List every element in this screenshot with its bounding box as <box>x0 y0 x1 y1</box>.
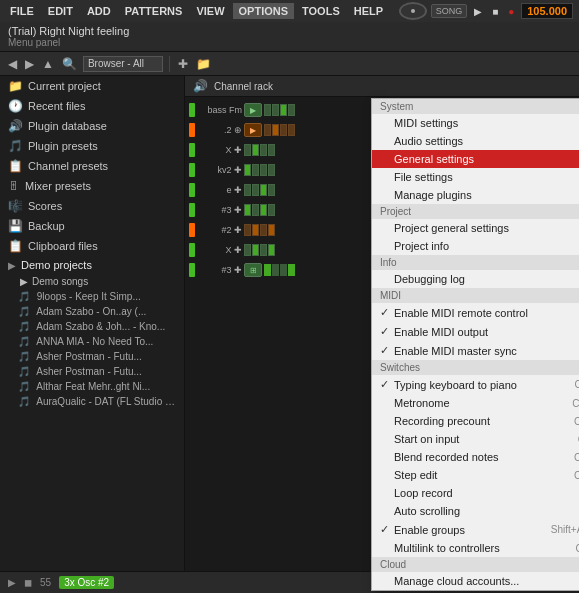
menu-item-auto-scrolling[interactable]: Auto scrolling <box>372 502 579 520</box>
play-btn[interactable]: ▶ <box>471 5 485 18</box>
menu-options[interactable]: OPTIONS <box>233 3 295 19</box>
dial[interactable] <box>399 2 427 20</box>
sidebar-label-backup: Backup <box>28 220 65 232</box>
bpm-display[interactable]: 105.000 <box>521 3 573 19</box>
forward-btn[interactable]: ▶ <box>23 55 36 73</box>
check-midi-remote: ✓ <box>380 306 394 319</box>
menu-item-enable-midi-remote[interactable]: ✓ Enable MIDI remote control <box>372 303 579 322</box>
menu-item-debugging-log[interactable]: Debugging log <box>372 270 579 288</box>
file-icon: 🎵 <box>18 366 30 377</box>
menu-tools[interactable]: TOOLS <box>296 3 346 19</box>
label-multilink: Multilink to controllers <box>394 542 576 554</box>
sidebar-label-current-project: Current project <box>28 80 101 92</box>
shortcut-metronome: Ctrl+M <box>572 398 579 409</box>
sidebar-item-plugin-presets[interactable]: 🎵 Plugin presets <box>0 136 184 156</box>
menu-item-project-info[interactable]: Project info F11 <box>372 237 579 255</box>
label-midi-settings: MIDI settings <box>394 117 579 129</box>
menu-section-project: Project <box>372 204 579 219</box>
label-start-on-input: Start on input <box>394 433 578 445</box>
status-stop[interactable]: ◼ <box>24 577 32 588</box>
menu-item-typing-keyboard[interactable]: ✓ Typing keyboard to piano Ctrl+T <box>372 375 579 394</box>
expand-icon: ▶ <box>8 260 16 271</box>
up-btn[interactable]: ▲ <box>40 55 56 73</box>
label-manage-cloud: Manage cloud accounts... <box>394 575 579 587</box>
menu-item-manage-plugins[interactable]: Manage plugins <box>372 186 579 204</box>
menu-item-loop-record[interactable]: Loop record <box>372 484 579 502</box>
sidebar-item-plugin-database[interactable]: 🔊 Plugin database <box>0 116 184 136</box>
shortcut-recording-precount: Ctrl+P <box>574 416 579 427</box>
file-item-3[interactable]: 🎵 ANNA MIA - No Need To... <box>0 334 184 349</box>
shortcut-multilink: Ctrl+J <box>576 543 579 554</box>
label-metronome: Metronome <box>394 397 572 409</box>
label-recording-precount: Recording precount <box>394 415 574 427</box>
file-icon: 🎵 <box>18 306 30 317</box>
menu-item-manage-cloud-accounts[interactable]: Manage cloud accounts... <box>372 572 579 590</box>
sidebar-label-demo-projects: Demo projects <box>21 259 92 271</box>
menu-item-enable-midi-master-sync[interactable]: ✓ Enable MIDI master sync <box>372 341 579 360</box>
file-item-7[interactable]: 🎵 AuraQualic - DAT (FL Studio Remix) <box>0 394 184 409</box>
status-play[interactable]: ▶ <box>8 577 16 588</box>
stop-btn[interactable]: ■ <box>489 5 501 18</box>
shortcut-step-edit: Ctrl+E <box>574 470 579 481</box>
file-item-1[interactable]: 🎵 Adam Szabo - On..ay (... <box>0 304 184 319</box>
sidebar-item-demo-projects[interactable]: ▶ Demo projects <box>0 256 184 274</box>
right-content: 🔊 Channel rack bass Fm ▶ <box>185 76 579 593</box>
menu-section-info: Info <box>372 255 579 270</box>
status-number: 55 <box>40 577 51 588</box>
file-icon: 🎵 <box>18 291 30 302</box>
folder-icon[interactable]: 📁 <box>194 55 213 73</box>
menu-item-multilink[interactable]: Multilink to controllers Ctrl+J <box>372 539 579 557</box>
add-icon[interactable]: ✚ <box>176 55 190 73</box>
menu-item-metronome[interactable]: Metronome Ctrl+M <box>372 394 579 412</box>
options-dropdown-menu: System MIDI settings F10 Audio settings … <box>371 98 579 591</box>
menu-section-system: System <box>372 99 579 114</box>
sidebar-item-recent-files[interactable]: 🕐 Recent files <box>0 96 184 116</box>
menu-help[interactable]: HELP <box>348 3 389 19</box>
menu-item-start-on-input[interactable]: Start on input Ctrl+I <box>372 430 579 448</box>
menu-file[interactable]: FILE <box>4 3 40 19</box>
file-label-4: Asher Postman - Futu... <box>36 351 142 362</box>
sidebar-label-scores: Scores <box>28 200 62 212</box>
menu-view[interactable]: VIEW <box>190 3 230 19</box>
menu-patterns[interactable]: PATTERNS <box>119 3 189 19</box>
record-btn[interactable]: ● <box>505 5 517 18</box>
channel-icon: 📋 <box>8 159 23 173</box>
sidebar-item-clipboard[interactable]: 📋 Clipboard files <box>0 236 184 256</box>
shortcut-typing-keyboard: Ctrl+T <box>575 379 580 390</box>
file-item-6[interactable]: 🎵 Althar Feat Mehr..ght Ni... <box>0 379 184 394</box>
menu-item-file-settings[interactable]: File settings <box>372 168 579 186</box>
file-item-5[interactable]: 🎵 Asher Postman - Futu... <box>0 364 184 379</box>
file-item-2[interactable]: 🎵 Adam Szabo & Joh... - Kno... <box>0 319 184 334</box>
sidebar-item-mixer-presets[interactable]: 🎚 Mixer presets <box>0 176 184 196</box>
menu-item-enable-midi-output[interactable]: ✓ Enable MIDI output <box>372 322 579 341</box>
mixer-icon: 🎚 <box>8 179 20 193</box>
check-enable-groups: ✓ <box>380 523 394 536</box>
back-btn[interactable]: ◀ <box>6 55 19 73</box>
menu-item-blend-recorded[interactable]: Blend recorded notes Ctrl+B <box>372 448 579 466</box>
subfolder-icon: ▶ <box>20 276 28 287</box>
file-label-6: Althar Feat Mehr..ght Ni... <box>36 381 150 392</box>
menu-item-audio-settings[interactable]: Audio settings <box>372 132 579 150</box>
song-mode-btn[interactable]: SONG <box>431 4 468 18</box>
menu-edit[interactable]: EDIT <box>42 3 79 19</box>
sidebar-item-current-project[interactable]: 📁 Current project <box>0 76 184 96</box>
menu-add[interactable]: ADD <box>81 3 117 19</box>
window-title: (Trial) Right Night feeling <box>8 25 571 37</box>
search-input[interactable] <box>83 56 163 72</box>
menu-item-midi-settings[interactable]: MIDI settings F10 <box>372 114 579 132</box>
sidebar-sub-demo-songs[interactable]: ▶ Demo songs <box>0 274 184 289</box>
menu-item-enable-groups[interactable]: ✓ Enable groups Shift+Alt+G <box>372 520 579 539</box>
title-area: (Trial) Right Night feeling Menu panel <box>0 22 579 52</box>
menu-item-recording-precount[interactable]: Recording precount Ctrl+P <box>372 412 579 430</box>
sidebar-item-scores[interactable]: 🎼 Scores <box>0 196 184 216</box>
menu-item-general-settings[interactable]: General settings ◀ <box>372 150 579 168</box>
sidebar-item-backup[interactable]: 💾 Backup <box>0 216 184 236</box>
file-label-3: ANNA MIA - No Need To... <box>36 336 153 347</box>
menu-item-step-edit[interactable]: Step edit Ctrl+E <box>372 466 579 484</box>
check-midi-master-sync: ✓ <box>380 344 394 357</box>
menu-item-project-general-settings[interactable]: Project general settings <box>372 219 579 237</box>
file-item-4[interactable]: 🎵 Asher Postman - Futu... <box>0 349 184 364</box>
sidebar-item-channel-presets[interactable]: 📋 Channel presets <box>0 156 184 176</box>
file-label-2: Adam Szabo & Joh... - Kno... <box>36 321 165 332</box>
file-item-0[interactable]: 🎵 9loops - Keep It Simp... <box>0 289 184 304</box>
